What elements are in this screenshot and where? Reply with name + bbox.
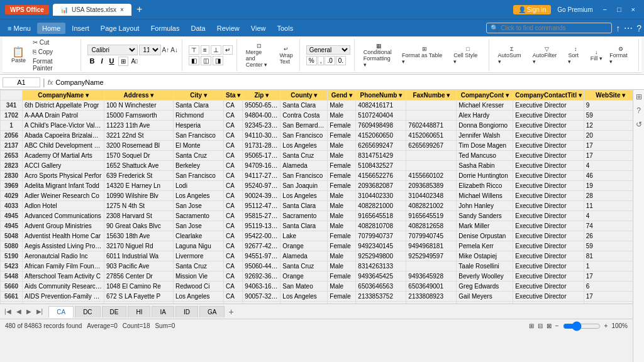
table-cell[interactable]: 95050-6571 <box>243 101 280 111</box>
table-cell[interactable]: Orange <box>280 272 328 282</box>
menu-item-page-layout[interactable]: Page Layout <box>96 23 145 34</box>
table-cell[interactable]: Female <box>328 292 356 302</box>
table-cell[interactable]: Female <box>328 121 356 131</box>
zoom-slider[interactable] <box>563 321 601 331</box>
table-cell[interactable]: Ted Mancuso <box>457 151 513 161</box>
sheet-nav-last[interactable]: ▶| <box>35 308 45 315</box>
table-cell[interactable]: 7079940737 <box>356 231 406 241</box>
decrease-font-button[interactable]: A↓ <box>170 47 178 53</box>
menu-item-review[interactable]: Review <box>212 23 245 34</box>
table-cell[interactable]: Orange <box>280 241 328 251</box>
table-cell[interactable]: Aegis Assisted Living Proper <box>23 241 104 251</box>
table-cell[interactable]: Adlon Hotel <box>23 201 104 211</box>
table-cell[interactable]: 2093682087 <box>356 181 406 191</box>
table-cell[interactable]: Los Angeles <box>174 191 224 201</box>
table-cell[interactable]: 6265699247 <box>356 141 406 151</box>
table-cell[interactable]: Michael Willens <box>457 191 513 201</box>
table-cell[interactable]: Advanced Communications <box>23 211 104 221</box>
close-button[interactable]: × <box>628 4 639 14</box>
table-cell[interactable]: Executive Director <box>513 231 584 241</box>
table-cell[interactable]: Female <box>328 171 356 181</box>
table-cell[interactable]: 4082416171 <box>356 101 406 111</box>
table-cell[interactable]: 74 <box>584 221 633 231</box>
table-cell[interactable] <box>406 111 457 121</box>
table-cell[interactable]: Santa Cruz <box>174 151 224 161</box>
sheet-tab-de[interactable]: DE <box>102 306 127 317</box>
table-cell[interactable]: 32170 Niguel Rd <box>104 241 174 251</box>
maximize-button[interactable]: □ <box>613 4 625 14</box>
table-cell[interactable]: CA <box>224 161 243 171</box>
menu-item-formulas[interactable]: Formulas <box>146 23 185 34</box>
table-cell[interactable]: 95422-0000 <box>243 231 280 241</box>
table-cell[interactable]: 6265699267 <box>406 141 457 151</box>
table-cell[interactable]: 8314751429 <box>356 151 406 161</box>
add-sheet-button[interactable]: + <box>226 307 236 317</box>
cell-style-button[interactable]: □ Cell Style ▾ <box>451 45 484 66</box>
table-cell[interactable]: 672 S LA Fayette P <box>104 292 174 302</box>
table-cell[interactable]: Executive Director <box>513 171 584 181</box>
table-cell[interactable]: 92692-3649 <box>243 272 280 282</box>
table-cell[interactable]: 4082812658 <box>406 221 457 231</box>
comma-button[interactable]: , <box>318 56 325 65</box>
table-cell[interactable]: Advent Group Ministries <box>23 221 104 231</box>
table-cell[interactable]: Elizabeth Ricco <box>457 181 513 191</box>
table-cell[interactable]: 4082821000 <box>356 201 406 211</box>
table-cell[interactable]: 81 <box>584 251 633 261</box>
menu-item-home[interactable]: Home <box>37 23 65 34</box>
table-cell[interactable]: 11223 11th Ave <box>104 121 174 131</box>
align-left-button[interactable]: ◧ <box>189 56 199 65</box>
table-cell[interactable]: 59 <box>584 111 633 121</box>
table-cell[interactable]: Male <box>328 211 356 221</box>
table-cell[interactable]: 90057-3251 <box>243 292 280 302</box>
table-cell[interactable]: Livermore <box>174 251 224 261</box>
sheet-tab-ca[interactable]: CA <box>48 306 74 318</box>
view-preview-icon[interactable]: ⊠ <box>547 322 552 329</box>
table-cell[interactable]: A Child's Place-Victor Valley <box>23 121 104 131</box>
table-cell[interactable]: Alameda <box>280 161 328 171</box>
table-cell[interactable]: Santa Cruz <box>280 261 328 272</box>
right-panel-icon-1[interactable]: ⊞ <box>635 91 643 102</box>
table-cell[interactable]: Afterschool Team Activity C <box>23 272 104 282</box>
table-cell[interactable] <box>406 161 457 171</box>
menu-item-data[interactable]: Data <box>186 23 210 34</box>
table-cell[interactable]: Executive Director <box>513 251 584 261</box>
table-cell[interactable]: Executive Director <box>513 181 584 191</box>
share-icon[interactable]: ↑ <box>616 23 620 33</box>
table-cell[interactable]: 4 <box>584 211 633 221</box>
table-cell[interactable]: 95815-2718 <box>243 211 280 221</box>
number-format-select[interactable]: General <box>306 45 350 55</box>
table-cell[interactable]: Executive Director <box>513 141 584 151</box>
table-cell[interactable]: 10990 Wilshire Blv <box>104 191 174 201</box>
table-cell[interactable]: 17 <box>584 292 633 302</box>
format-as-table-button[interactable]: ⊞ Format as Table ▾ <box>399 45 449 66</box>
table-cell[interactable]: CA <box>224 131 243 141</box>
table-cell[interactable]: 94709-1631 <box>243 161 280 171</box>
table-cell[interactable]: Denise Orpustan <box>457 231 513 241</box>
table-cell[interactable]: 91731-2807 <box>243 141 280 151</box>
close-tab-icon[interactable]: × <box>120 6 124 13</box>
autosum-button[interactable]: Σ AutoSum ▾ <box>496 45 528 66</box>
formula-input[interactable]: CompanyName <box>55 79 641 86</box>
table-cell[interactable]: 9165645518 <box>356 211 406 221</box>
table-cell[interactable]: Male <box>328 101 356 111</box>
table-cell[interactable]: San Jose <box>174 221 224 231</box>
col-header-g[interactable]: Gend ▾ <box>328 90 356 101</box>
table-cell[interactable]: 9252949800 <box>356 251 406 261</box>
table-cell[interactable]: Male <box>328 191 356 201</box>
table-cell[interactable]: 9493645928 <box>406 272 457 282</box>
table-cell[interactable]: 6011 Industrial Wa <box>104 251 174 261</box>
border-button[interactable]: ⊞ <box>118 57 128 66</box>
table-cell[interactable]: ABC Child Development Ctr <box>23 141 104 151</box>
table-cell[interactable]: John Hanley <box>457 201 513 211</box>
col-header-i[interactable]: FaxNumbe ▾ <box>406 90 457 101</box>
table-cell[interactable]: 9494968181 <box>406 241 457 251</box>
table-cell[interactable]: Los Angeles <box>174 292 224 302</box>
filter-button[interactable]: ▽ AutoFilter ▾ <box>530 45 564 66</box>
table-cell[interactable]: CA <box>224 111 243 121</box>
table-cell[interactable]: 90 Great Oaks Blvc <box>104 221 174 231</box>
table-cell[interactable]: Mark Miller <box>457 221 513 231</box>
align-right-button[interactable]: ◨ <box>213 56 223 65</box>
table-cell[interactable]: Acro Sports Physical Perfor <box>23 171 104 181</box>
table-cell[interactable]: AIDS Prevention-Family Svc <box>23 292 104 302</box>
copy-button[interactable]: ⎘ Copy <box>30 48 77 56</box>
